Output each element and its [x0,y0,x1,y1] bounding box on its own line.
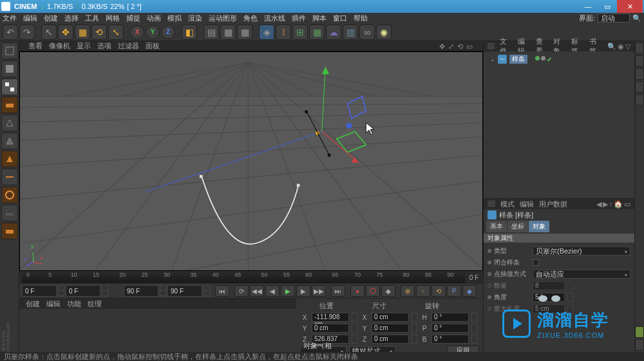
camera-button[interactable]: ∞ [359,24,375,40]
panel-grip-icon[interactable] [488,201,495,207]
timeline-ruler[interactable]: 0 5 10 15 20 25 30 35 40 45 50 55 60 65 … [22,272,465,283]
prev-key-button[interactable]: ◀◀ [250,285,264,297]
coord-system-button[interactable]: ◧ [182,24,197,40]
menu-snap[interactable]: 捕捉 [126,14,140,23]
play-button[interactable]: ▶ [281,285,295,297]
object-row-spline[interactable]: ⌄ 〰 样条 ✔ [490,54,628,64]
menu-pipeline[interactable]: 流水线 [264,14,285,23]
param-bullet[interactable] [488,249,491,253]
vp-menu-display[interactable]: 显示 [77,41,91,51]
attr-menu-mode[interactable]: 模式 [500,199,515,209]
param-bullet[interactable] [488,272,491,276]
rotate-tool[interactable]: ⟲ [91,24,107,40]
rt-btn-6[interactable] [635,326,644,338]
select-tool[interactable]: ↖ [41,24,57,40]
viewport-perspective[interactable]: 透视视图 [19,51,483,271]
param-bullet[interactable] [488,295,491,299]
edge-mode-button[interactable] [1,133,18,149]
close-spline-checkbox[interactable] [533,259,539,266]
maximize-button[interactable]: ▭ [598,0,617,13]
size-z-field[interactable]: 0 cm [372,335,409,344]
menu-select[interactable]: 选择 [64,14,79,23]
menu-mesh[interactable]: 网格 [106,14,120,23]
pos-x-field[interactable]: -111.908 cm [312,313,349,322]
scale-tool[interactable]: ▦ [75,24,90,40]
enable-axis-button[interactable] [1,169,18,185]
generator-button[interactable]: ⊞ [292,24,308,40]
loop-button[interactable]: ⟳ [234,285,249,297]
make-editable-button[interactable] [1,42,18,59]
render-view-button[interactable]: ▦ [220,24,236,40]
move-tool[interactable]: ✥ [58,24,73,40]
size-y-field[interactable]: 0 cm [372,324,409,333]
render-pv-button[interactable]: ▦ [237,24,252,40]
rt-btn-2[interactable] [635,55,644,67]
vp-nav1-icon[interactable]: ✥ [439,42,447,50]
attr-tab-coord[interactable]: 坐标 [507,221,528,232]
enable-snap-button[interactable] [1,223,18,239]
enable-check-icon[interactable]: ✔ [547,56,552,63]
project-end-field[interactable]: 90 F [167,285,202,297]
menu-script[interactable]: 脚本 [312,14,327,23]
minimize-button[interactable]: — [578,0,598,13]
key-param-button[interactable]: P [447,285,461,297]
menu-tools[interactable]: 工具 [85,14,99,23]
eye-icon[interactable]: ◉ [618,42,624,51]
deformer-button[interactable]: ☁ [326,24,341,40]
key-rot-button[interactable]: ⟲ [431,285,446,297]
close-button[interactable]: ✕ [617,0,643,13]
key-pla-button[interactable]: ◆ [462,285,477,297]
axis-z-toggle[interactable]: Z [161,25,175,39]
mat-tab-function[interactable]: 功能 [67,299,81,309]
tweak-mode-button[interactable] [1,205,18,221]
panel-grip-icon[interactable] [488,43,495,50]
timeline[interactable]: 0 5 10 15 20 25 30 35 40 45 50 55 60 65 … [19,271,483,284]
axis-x-toggle[interactable]: X [130,25,144,39]
vp-menu-filter[interactable]: 过滤器 [118,41,139,51]
spinner[interactable] [204,285,210,297]
interp-dropdown[interactable]: 自动适应 [533,270,630,279]
menu-help[interactable]: 帮助 [354,14,368,23]
render-settings-button[interactable]: ▤ [204,24,219,40]
rot-b-field[interactable]: 0 ° [431,335,469,344]
menu-create[interactable]: 创建 [44,14,58,23]
menu-file[interactable]: 文件 [3,14,17,23]
menu-simulate[interactable]: 模拟 [167,14,182,23]
spinner[interactable] [58,285,64,297]
vp-menu-view[interactable]: 查看 [28,41,43,51]
vp-nav3-icon[interactable]: ⟲ [457,42,465,50]
vp-nav4-icon[interactable]: ▭ [466,42,474,50]
rot-p-field[interactable]: 0 ° [431,324,469,333]
redo-button[interactable]: ↷ [19,24,35,40]
vp-nav2-icon[interactable]: ⤢ [448,42,456,50]
expand-icon[interactable]: ⌄ [490,56,495,62]
rt-btn-4[interactable] [635,81,644,93]
viewport-solo-button[interactable] [1,187,18,203]
visibility-dot-editor[interactable] [535,56,540,60]
light-button[interactable]: ◉ [376,24,392,40]
record-button[interactable]: ● [350,285,365,297]
filter-icon[interactable]: ▽ [625,42,630,51]
menu-animate[interactable]: 动画 [147,14,161,23]
primitive-button[interactable]: ◈ [259,24,274,40]
rt-btn-3[interactable] [635,68,644,80]
nav-fwd-icon[interactable]: ▶ [603,200,608,208]
mat-tab-create[interactable]: 创建 [26,299,40,309]
keyframe-sel-button[interactable]: ◆ [381,285,395,297]
pos-y-field[interactable]: 0 cm [312,324,349,333]
rt-btn-5[interactable] [635,94,644,106]
goto-end-button[interactable]: ⏭ [331,285,345,297]
texture-mode-button[interactable] [1,79,18,95]
range-start-field[interactable]: 0 F [22,285,57,297]
search-icon[interactable]: 🔍 [607,42,616,51]
size-x-field[interactable]: 0 cm [372,313,409,322]
attr-tab-object[interactable]: 对象 [529,221,549,232]
array-button[interactable]: ▦ [309,24,325,40]
layout-dropdown[interactable] [598,14,630,23]
mat-tab-texture[interactable]: 纹理 [88,299,102,309]
menu-render[interactable]: 渲染 [188,14,202,23]
lock-icon[interactable]: 🏠 [614,200,623,208]
prev-frame-button[interactable]: ◀ [265,285,279,297]
model-mode-button[interactable] [1,60,18,77]
workplane-button[interactable] [1,97,18,113]
